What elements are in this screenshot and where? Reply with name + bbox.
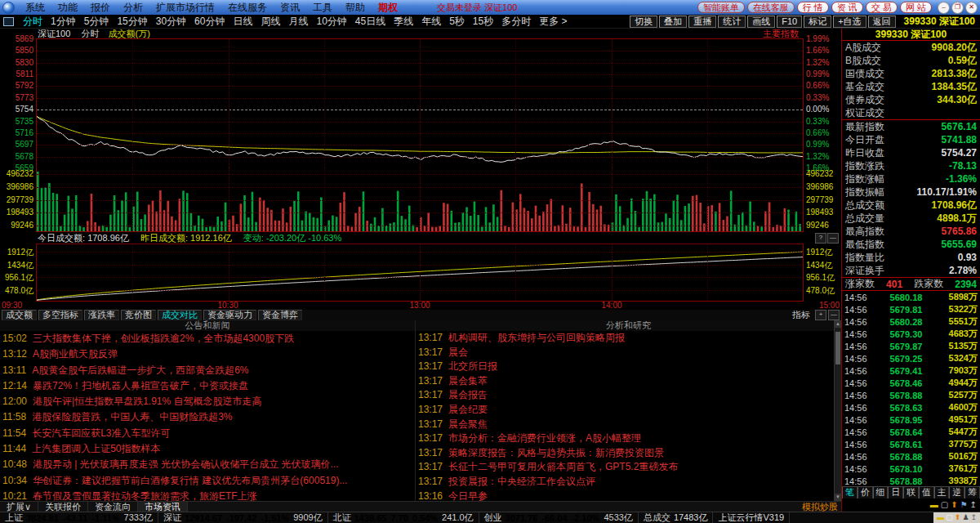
news-item[interactable]: 13:17晨会集萃 <box>418 374 841 389</box>
period-button[interactable]: 多分时 <box>497 16 535 28</box>
indicator-tab[interactable]: 涨跌率 <box>84 310 119 320</box>
toolbar-action-button[interactable]: +自选 <box>833 16 866 28</box>
news-item[interactable]: 13:12A股商业航天股反弹 <box>2 346 415 362</box>
bottom-tab[interactable]: 关联报价 <box>38 502 88 512</box>
period-button[interactable]: 5分钟 <box>80 16 114 28</box>
toolbar-action-button[interactable]: 统计 <box>718 16 746 28</box>
menu-item[interactable]: 资讯 <box>274 0 306 15</box>
toolbar-action-button[interactable]: 标记 <box>804 16 831 28</box>
panel-tab[interactable]: 主 <box>934 487 950 498</box>
news-item[interactable]: 13:17投资晨报：中央经济工作会议点评 <box>418 475 841 489</box>
index-quote[interactable]: 上证 3824.81 -43.11 -1.11% 7333亿 <box>0 512 158 523</box>
news-item[interactable]: 10:48港股异动 | 光伏玻璃再度走强 光伏协会确认收储平台成立 光伏玻璃价.… <box>2 457 415 472</box>
titlebar-pill-button[interactable]: 行 情 <box>797 2 829 13</box>
add-indicator-icon[interactable]: + <box>815 310 826 320</box>
period-button[interactable]: 年线 <box>417 16 445 28</box>
panel-icon[interactable]: ⬆ <box>951 500 957 510</box>
statusbar-icon[interactable]: ⬆ <box>955 513 961 522</box>
toolbar-action-button[interactable]: F10 <box>777 16 802 28</box>
toolbar-action-button[interactable]: 叠加 <box>659 16 687 28</box>
menu-item-options[interactable]: 期权 <box>372 0 404 15</box>
bottom-tab[interactable]: 资金流向 <box>88 502 138 512</box>
period-button[interactable]: 10分钟 <box>312 16 350 28</box>
indicator-tab[interactable]: 成交对比 <box>158 310 202 320</box>
bottom-tab[interactable]: 扩展∨ <box>0 502 38 512</box>
window-control-icon[interactable]: – <box>938 2 950 14</box>
indicator-tab[interactable]: 成交额 <box>2 310 37 320</box>
major-index-link[interactable]: 主要指数 <box>763 29 799 38</box>
titlebar-pill-button[interactable]: 网 站 <box>900 2 932 13</box>
news-item[interactable]: 13:17晨会聚焦 <box>418 418 841 432</box>
news-item[interactable]: 13:17策略深度报告：风格与趋势共振：新消费投资图景 <box>418 446 841 461</box>
news-item[interactable]: 13:17市场分析：金融消费行业领涨，A股小幅整理 <box>418 431 841 446</box>
news-item[interactable]: 10:21春节假及雪假显著拉动冬季旅游需求，旅游ETF上涨 <box>2 489 415 501</box>
titlebar-pill-button[interactable]: 智能账单 <box>697 2 745 13</box>
titlebar-pill-button[interactable]: 在线客服 <box>747 2 795 13</box>
period-button[interactable]: 15分钟 <box>113 16 151 28</box>
news-item[interactable]: 13:11A股黄金股午后跌幅进一步扩大，西部黄金跌超6% <box>2 363 415 378</box>
scroll-up-icon[interactable]: ▲ <box>835 320 841 328</box>
statusbar-icon[interactable]: ↥ <box>970 513 977 522</box>
menu-item[interactable]: 报价 <box>84 0 117 15</box>
index-quote[interactable]: 创业 3071.76 -66.04 -2.10% 4533亿 <box>479 512 639 523</box>
titlebar-pill-button[interactable]: 资 讯 <box>831 2 863 13</box>
statusbar-icon[interactable]: ♟ <box>962 513 969 522</box>
panel-icon[interactable]: ▢ <box>941 500 948 510</box>
indicator-tab[interactable]: 资金博弈 <box>258 310 302 320</box>
period-button[interactable]: 45日线 <box>351 16 390 28</box>
panel-icon[interactable]: ⚑ <box>960 500 968 510</box>
period-button[interactable]: 日线 <box>229 16 256 28</box>
restore-window-icon[interactable] <box>3 17 14 26</box>
panel-tab[interactable]: 逆 <box>949 487 964 498</box>
scrollbar-thumb[interactable] <box>835 332 840 364</box>
period-button[interactable]: 季线 <box>390 16 417 28</box>
panel-tab[interactable]: 价 <box>858 487 873 498</box>
news-item[interactable]: 13:17北交所日报 <box>418 360 841 374</box>
panel-tab[interactable]: 值 <box>919 487 934 498</box>
news-scrollbar[interactable]: ▲ ▼ <box>834 320 841 501</box>
indicator-tab[interactable]: 多空指标 <box>38 310 82 320</box>
menu-item[interactable]: 扩展市场行情 <box>149 0 221 15</box>
news-item[interactable]: 11:54长安汽车回应获L3准入车型许可 <box>2 426 415 441</box>
menu-item[interactable]: 帮助 <box>339 0 372 15</box>
panel-icon[interactable]: ↥ <box>970 500 977 510</box>
cumulative-plot[interactable] <box>36 244 804 302</box>
period-button[interactable]: 60分钟 <box>190 16 229 28</box>
window-control-icon[interactable]: ✕ <box>965 2 978 14</box>
statusbar-icon[interactable]: ▬ <box>937 513 944 522</box>
news-item[interactable]: 13:16今日早参 <box>418 489 841 501</box>
news-item[interactable]: 15:02三大指数集体下挫，创业板指跌逾2%，全市场超4300股下跌 <box>2 331 415 346</box>
panel-tab[interactable]: 筹 <box>964 487 980 498</box>
panel-tab[interactable]: 笔 <box>842 487 858 498</box>
menu-item[interactable]: 在线服务 <box>221 0 274 15</box>
index-quote[interactable]: 深证 12914.67 -197.42 -1.51% 9909亿 <box>158 512 328 523</box>
news-item[interactable]: 11:44上汽集团调入上证50指数样本 <box>2 441 415 457</box>
menu-item[interactable]: 功能 <box>51 0 84 15</box>
indicator-tab[interactable]: 资金驱动力 <box>203 310 256 320</box>
minimize-indicator-icon[interactable]: — <box>828 310 840 320</box>
news-item[interactable]: 13:17晨会 <box>418 346 841 360</box>
toolbar-action-button[interactable]: 画线 <box>747 16 775 28</box>
toolbar-action-button[interactable]: 返回 <box>868 16 896 28</box>
menu-item[interactable]: 系统 <box>19 0 51 15</box>
menu-item[interactable]: 分析 <box>117 0 149 15</box>
news-item[interactable]: 11:58港股保险股普跌，中国人寿、中国财险跌超3% <box>2 409 415 425</box>
panel-tab[interactable]: 细 <box>873 487 889 498</box>
news-item[interactable]: 13:17机构调研、股东增持与公司回购策略周报 <box>418 331 841 346</box>
statusbar-icon[interactable]: ▢ <box>946 513 953 522</box>
period-button[interactable]: 1分钟 <box>47 16 80 28</box>
toolbar-action-button[interactable]: 重播 <box>688 16 716 28</box>
panel-tab[interactable]: 联 <box>903 487 919 498</box>
period-button[interactable]: 5秒 <box>445 16 469 28</box>
news-item[interactable]: 13:17长征十二号甲可复用火箭本周首飞，GPT5.2重磅发布 <box>418 460 841 475</box>
help-icon[interactable]: ? <box>815 233 826 244</box>
toolbar-action-button[interactable]: 切换 <box>630 16 657 28</box>
period-button[interactable]: 月线 <box>284 16 312 28</box>
period-button[interactable]: 更多 > <box>535 16 571 28</box>
period-button[interactable]: 分时 <box>19 16 47 28</box>
period-button[interactable]: 周线 <box>256 16 284 28</box>
window-control-icon[interactable]: ❐ <box>951 2 964 14</box>
collapse-icon[interactable]: — <box>827 233 839 244</box>
news-item[interactable]: 10:34华创证券：建议把握节前白酒修复行情 建议优先布局贵州茅台(600519… <box>2 473 415 489</box>
news-item[interactable]: 13:17晨会报告 <box>418 388 841 403</box>
